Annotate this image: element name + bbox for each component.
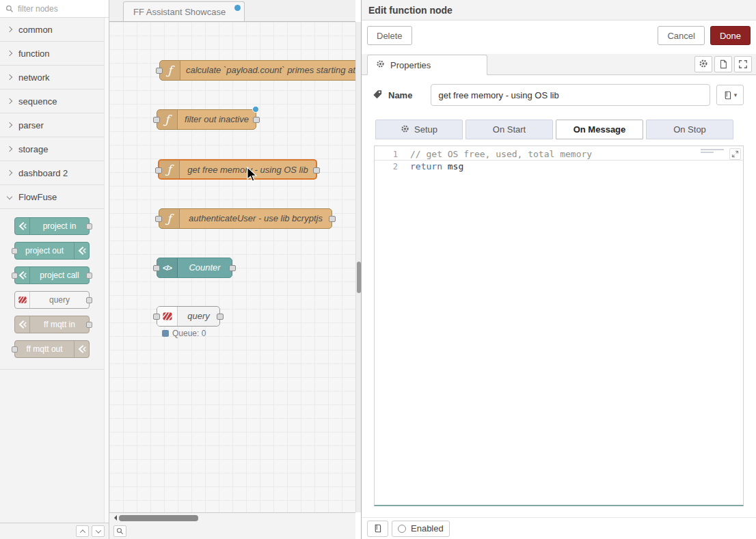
flow-node-filter-out-inactive[interactable]: ƒfilter out inactive (157, 109, 256, 130)
palette-category-storage[interactable]: storage (0, 137, 104, 161)
palette-scrollbar[interactable] (104, 18, 109, 523)
node-enabled-toggle[interactable]: Enabled (392, 521, 450, 537)
palette-node-query[interactable]: query (14, 291, 90, 309)
port-left (12, 346, 18, 353)
flow-node-authenticateuser-use-lib-bcryptj[interactable]: ƒauthenticateUser - use lib bcryptjs (159, 208, 332, 229)
tab-properties[interactable]: Properties (367, 55, 487, 75)
node-port-right[interactable] (229, 265, 236, 271)
palette-node-label: project call (30, 267, 89, 284)
editor-tab-on-message[interactable]: On Message (556, 120, 643, 139)
gear-icon (401, 124, 409, 135)
expand-icon (738, 59, 748, 69)
delete-button[interactable]: Delete (367, 26, 412, 45)
hscrollbar-thumb[interactable] (119, 515, 198, 521)
palette-category-sequence[interactable]: sequence (0, 89, 104, 113)
node-port-right[interactable] (329, 216, 336, 222)
library-button[interactable]: ▾ (716, 85, 744, 105)
node-port-right[interactable] (313, 167, 320, 174)
tag-icon (373, 89, 382, 101)
enabled-label: Enabled (411, 523, 444, 534)
node-changed-indicator (252, 106, 259, 113)
tab-label: On Stop (673, 124, 706, 135)
palette-category-function[interactable]: function (0, 42, 104, 66)
palette-collapse-all-button[interactable] (76, 525, 89, 537)
category-label: dashboard 2 (18, 168, 68, 178)
code-icon: </> (157, 258, 178, 277)
ff-icon (74, 341, 89, 357)
document-icon (718, 59, 728, 69)
palette-category-parser[interactable]: parser (0, 113, 104, 137)
node-port-left[interactable] (155, 216, 162, 222)
chevron-icon (7, 146, 12, 152)
canvas-hscrollbar[interactable] (109, 512, 355, 523)
description-button[interactable] (714, 56, 732, 72)
palette-category-dashboard-2[interactable]: dashboard 2 (0, 161, 104, 185)
workspace-tab[interactable]: FF Assistant Showcase (123, 1, 245, 21)
editor-expand-button[interactable] (729, 148, 741, 160)
node-label: filter out inactive (178, 110, 256, 129)
cancel-button[interactable]: Cancel (658, 26, 704, 45)
palette-node-label: project out (15, 243, 74, 259)
category-label: network (18, 72, 50, 83)
library-export-button[interactable] (367, 521, 388, 537)
palette-node-project-call[interactable]: project call (14, 266, 90, 284)
scroll-left-arrow-icon[interactable] (111, 515, 117, 521)
node-port-left[interactable] (153, 314, 160, 320)
palette-node-project-in[interactable]: project in (14, 217, 90, 235)
chevron-icon (7, 98, 12, 104)
done-button[interactable]: Done (710, 26, 751, 45)
palette-category-common[interactable]: common (0, 18, 104, 42)
palette-footer (0, 523, 109, 539)
category-label: sequence (18, 96, 57, 107)
flow-canvas[interactable]: ƒcalculate `payload.count` primes starti… (109, 22, 355, 512)
node-label: Counter (178, 258, 232, 277)
zoom-button[interactable] (113, 525, 126, 537)
dialog-button-row: Delete Cancel Done (362, 20, 756, 51)
category-label: parser (18, 120, 44, 130)
enabled-radio-icon (398, 525, 406, 533)
node-name-input[interactable] (431, 84, 710, 106)
code-line-2[interactable]: 2return msg (375, 161, 743, 173)
canvas-vscrollbar[interactable] (355, 22, 361, 512)
editor-tab-on-stop[interactable]: On Stop (646, 120, 733, 139)
node-settings-button[interactable] (694, 56, 712, 72)
editor-minimap (701, 149, 724, 154)
node-port-left[interactable] (155, 167, 162, 174)
chevron-icon (7, 51, 12, 56)
editor-tab-on-start[interactable]: On Start (465, 120, 553, 139)
flow-node-counter[interactable]: </>Counter (157, 258, 232, 278)
ff-icon (15, 316, 30, 333)
palette-category-network[interactable]: network (0, 66, 104, 89)
palette-node-ff-mqtt-out[interactable]: ff mqtt out (14, 340, 90, 358)
node-port-left[interactable] (153, 117, 160, 123)
node-port-left[interactable] (153, 265, 160, 271)
queue-badge-label: Queue: 0 (172, 329, 206, 338)
palette-node-project-out[interactable]: project out (14, 242, 90, 260)
chevron-icon (7, 194, 12, 199)
appearance-button[interactable] (734, 56, 752, 72)
palette-node-ff-mqtt-in[interactable]: ff mqtt in (14, 316, 90, 333)
node-port-right[interactable] (253, 117, 260, 123)
flow-node-calculate-payload-count-primes-s[interactable]: ƒcalculate `payload.count` primes starti… (159, 60, 355, 81)
editor-tab-setup[interactable]: Setup (375, 120, 463, 139)
magnifier-icon (116, 527, 124, 535)
node-port-left[interactable] (156, 68, 163, 74)
ff-icon (74, 243, 89, 259)
ff-icon (15, 218, 30, 234)
palette-search[interactable] (0, 0, 109, 18)
book-icon (373, 524, 382, 533)
flow-node-query[interactable]: query (157, 306, 220, 327)
book-icon (723, 91, 732, 100)
palette-search-input[interactable] (18, 4, 103, 14)
category-label: function (18, 49, 50, 59)
port-left (12, 273, 18, 279)
node-port-right[interactable] (217, 314, 224, 320)
palette-node-list: project inproject outproject callqueryff… (0, 209, 104, 370)
flow-node-get-free-memory-using-os-lib[interactable]: ƒget free memory - using OS lib (158, 159, 317, 180)
workspace: FF Assistant Showcase ƒcalculate `payloa… (109, 0, 355, 539)
palette-category-flowfuse[interactable]: FlowFuse (0, 185, 104, 209)
code-line-1[interactable]: 1// get OS free, used, total memory (375, 148, 743, 161)
code-editor[interactable]: 1// get OS free, used, total memory2retu… (374, 146, 744, 506)
palette-expand-all-button[interactable] (92, 525, 105, 537)
palette-categories: commonfunctionnetworksequenceparserstora… (0, 18, 104, 523)
